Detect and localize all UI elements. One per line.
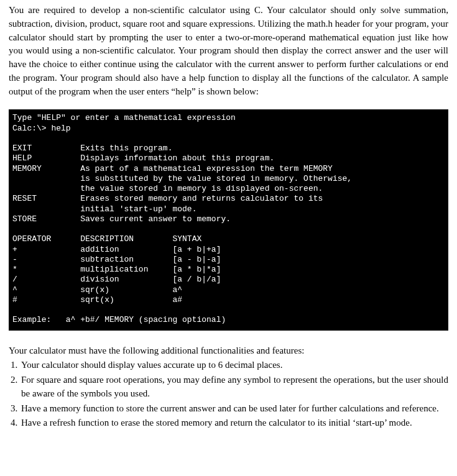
document-page: You are required to develop a non-scient… (0, 0, 457, 440)
intro-paragraph: You are required to develop a non-scient… (9, 4, 448, 98)
feature-item: Your calculator should display values ac… (20, 359, 448, 372)
feature-item: For square and square root operations, y… (20, 373, 448, 401)
console-sample-output: Type "HELP" or enter a mathematical expr… (9, 109, 448, 330)
features-list: Your calculator should display values ac… (20, 359, 448, 430)
features-intro: Your calculator must have the following … (9, 344, 448, 358)
feature-item: Have a memory function to store the curr… (20, 402, 448, 416)
feature-item: Have a refresh function to erase the sto… (20, 416, 448, 430)
